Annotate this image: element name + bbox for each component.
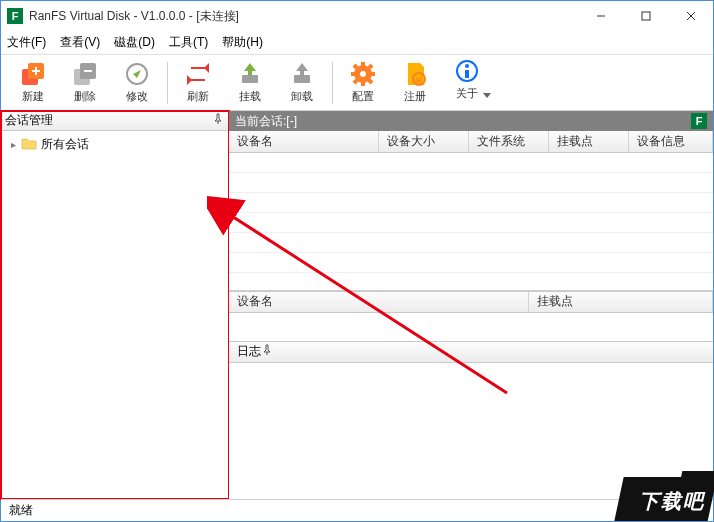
toolbar: 新建 删除 修改 刷新 挂载 [1, 55, 713, 111]
register-button[interactable]: R 注册 [389, 57, 441, 109]
maximize-button[interactable] [623, 2, 668, 30]
col-file-system[interactable]: 文件系统 [469, 131, 549, 152]
refresh-label: 刷新 [187, 89, 209, 104]
svg-rect-12 [242, 75, 258, 83]
new-label: 新建 [22, 89, 44, 104]
statusbar: 就绪 [1, 499, 713, 521]
window-title: RanFS Virtual Disk - V1.0.0.0 - [未连接] [29, 8, 578, 25]
gear-icon [350, 61, 376, 87]
svg-point-15 [360, 71, 366, 77]
session-panel-header: 会话管理 [1, 111, 228, 131]
tree-expander-icon[interactable]: ▸ [7, 139, 19, 150]
folder-icon [21, 136, 37, 152]
current-session-bar: 当前会话: [-] F [229, 111, 713, 131]
register-label: 注册 [404, 89, 426, 104]
about-button[interactable]: 关于 [441, 57, 493, 109]
new-icon [20, 61, 46, 87]
col-device-info[interactable]: 设备信息 [629, 131, 713, 152]
svg-point-27 [465, 64, 469, 68]
session-value: [-] [286, 114, 297, 128]
titlebar: F RanFS Virtual Disk - V1.0.0.0 - [未连接] [1, 1, 713, 31]
mount-label: 挂载 [239, 89, 261, 104]
log-title: 日志 [237, 343, 261, 360]
table-row [229, 153, 713, 173]
svg-text:R: R [416, 76, 422, 85]
menu-help[interactable]: 帮助(H) [222, 34, 263, 51]
close-button[interactable] [668, 2, 713, 30]
pin-icon[interactable] [212, 113, 224, 128]
mount-icon [237, 61, 263, 87]
svg-line-22 [369, 65, 372, 68]
app-window: F RanFS Virtual Disk - V1.0.0.0 - [未连接] … [0, 0, 714, 522]
modify-button[interactable]: 修改 [111, 57, 163, 109]
menu-file[interactable]: 文件(F) [7, 34, 46, 51]
svg-line-20 [354, 65, 357, 68]
config-label: 配置 [352, 89, 374, 104]
mount-section: 设备名 挂载点 [229, 291, 713, 341]
col-device-size[interactable]: 设备大小 [379, 131, 469, 152]
unmount-button[interactable]: 卸载 [276, 57, 328, 109]
refresh-button[interactable]: 刷新 [172, 57, 224, 109]
mount-table-body[interactable] [229, 313, 713, 341]
app-icon: F [7, 8, 23, 24]
new-button[interactable]: 新建 [7, 57, 59, 109]
svg-line-21 [369, 80, 372, 83]
refresh-icon [185, 61, 211, 87]
menu-tool[interactable]: 工具(T) [169, 34, 208, 51]
modify-label: 修改 [126, 89, 148, 104]
device-table-body[interactable] [229, 153, 713, 291]
table-row [229, 173, 713, 193]
device-table-header: 设备名 设备大小 文件系统 挂载点 设备信息 [229, 131, 713, 153]
svg-rect-13 [294, 75, 310, 83]
col-mount-point[interactable]: 挂载点 [549, 131, 629, 152]
modify-icon [124, 61, 150, 87]
delete-button[interactable]: 删除 [59, 57, 111, 109]
session-app-icon: F [691, 113, 707, 129]
table-row [229, 193, 713, 213]
session-tree[interactable]: ▸ 所有会话 [1, 131, 228, 499]
mount-col-mount-point[interactable]: 挂载点 [529, 292, 713, 312]
unmount-icon [289, 61, 315, 87]
col-device-name[interactable]: 设备名 [229, 131, 379, 152]
window-controls [578, 2, 713, 30]
mount-col-device-name[interactable]: 设备名 [229, 292, 529, 312]
mount-table-header: 设备名 挂载点 [229, 291, 713, 313]
mount-button[interactable]: 挂载 [224, 57, 276, 109]
svg-rect-28 [465, 70, 469, 78]
tree-root-item[interactable]: ▸ 所有会话 [7, 135, 222, 153]
delete-label: 删除 [74, 89, 96, 104]
table-row [229, 233, 713, 253]
config-button[interactable]: 配置 [337, 57, 389, 109]
about-label: 关于 [456, 86, 478, 101]
content-panel: 当前会话: [-] F 设备名 设备大小 文件系统 挂载点 设备信息 [229, 111, 713, 499]
svg-rect-1 [642, 12, 650, 20]
table-row [229, 213, 713, 233]
toolbar-separator [332, 62, 333, 104]
svg-line-23 [354, 80, 357, 83]
unmount-label: 卸载 [291, 89, 313, 104]
session-label-prefix: 当前会话: [235, 113, 286, 130]
toolbar-separator [167, 62, 168, 104]
menu-disk[interactable]: 磁盘(D) [114, 34, 155, 51]
table-row [229, 253, 713, 273]
status-text: 就绪 [9, 502, 33, 519]
body-area: 会话管理 ▸ 所有会话 当前会话: [-] [1, 111, 713, 499]
menu-view[interactable]: 查看(V) [60, 34, 100, 51]
register-icon: R [402, 61, 428, 87]
tree-root-label: 所有会话 [41, 136, 89, 153]
session-panel: 会话管理 ▸ 所有会话 [1, 111, 229, 499]
log-body[interactable] [229, 363, 713, 500]
delete-icon [72, 61, 98, 87]
pin-icon[interactable] [261, 344, 273, 359]
log-header: 日志 [229, 341, 713, 363]
menubar: 文件(F) 查看(V) 磁盘(D) 工具(T) 帮助(H) [1, 31, 713, 55]
minimize-button[interactable] [578, 2, 623, 30]
session-panel-title: 会话管理 [5, 112, 53, 129]
about-icon [454, 58, 480, 84]
